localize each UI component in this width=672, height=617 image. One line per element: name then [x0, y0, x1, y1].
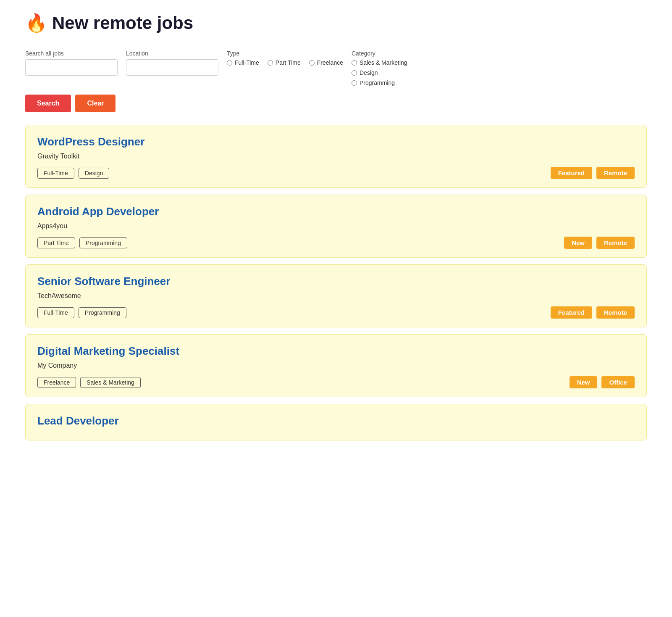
- type-freelance[interactable]: Freelance: [309, 59, 343, 66]
- job-card: Digital Marketing Specialist My Company …: [25, 334, 647, 397]
- job-footer: Full-TimeDesign FeaturedRemote: [37, 167, 635, 179]
- category-options: Sales & Marketing Design Programming: [352, 59, 407, 86]
- jobs-list: WordPress Designer Gravity Toolkit Full-…: [25, 125, 647, 440]
- job-tag: Freelance: [37, 377, 76, 388]
- job-company: My Company: [37, 362, 635, 369]
- job-title[interactable]: Android App Developer: [37, 205, 635, 218]
- type-parttime-label: Part Time: [276, 59, 301, 66]
- category-sales-radio[interactable]: [352, 60, 357, 66]
- job-tags: FreelanceSales & Marketing: [37, 377, 141, 388]
- job-badge: Featured: [551, 306, 592, 319]
- job-card: Senior Software Engineer TechAwesome Ful…: [25, 264, 647, 327]
- job-card: Lead Developer: [25, 404, 647, 440]
- search-jobs-group: Search all jobs: [25, 50, 118, 76]
- category-sales-label: Sales & Marketing: [360, 59, 407, 66]
- job-badge: Remote: [596, 237, 635, 249]
- type-options: Full-Time Part Time Freelance: [227, 59, 343, 66]
- job-tags: Full-TimeProgramming: [37, 307, 126, 318]
- job-company: TechAwesome: [37, 292, 635, 300]
- location-label: Location: [126, 50, 218, 57]
- job-title[interactable]: WordPress Designer: [37, 135, 635, 148]
- clear-button[interactable]: Clear: [75, 95, 116, 112]
- type-fulltime[interactable]: Full-Time: [227, 59, 259, 66]
- type-label: Type: [227, 50, 343, 57]
- job-tags: Part TimeProgramming: [37, 237, 127, 248]
- job-tag: Full-Time: [37, 307, 74, 318]
- category-group: Category Sales & Marketing Design Progra…: [352, 50, 407, 86]
- type-fulltime-label: Full-Time: [235, 59, 259, 66]
- job-tag: Part Time: [37, 237, 75, 248]
- category-design[interactable]: Design: [352, 69, 407, 76]
- page-title: New remote jobs: [52, 13, 193, 33]
- type-parttime-radio[interactable]: [268, 60, 273, 66]
- job-tags: Full-TimeDesign: [37, 168, 109, 179]
- type-group: Type Full-Time Part Time Freelance: [227, 50, 343, 66]
- page-header: 🔥 New remote jobs: [25, 13, 647, 33]
- type-freelance-label: Freelance: [317, 59, 343, 66]
- fire-icon: 🔥: [25, 13, 47, 33]
- location-input[interactable]: [126, 59, 218, 76]
- job-badges: NewRemote: [564, 237, 635, 249]
- job-footer: Full-TimeProgramming FeaturedRemote: [37, 306, 635, 319]
- button-row: Search Clear: [25, 95, 647, 112]
- job-badge: Featured: [551, 167, 592, 179]
- job-card: WordPress Designer Gravity Toolkit Full-…: [25, 125, 647, 188]
- job-title[interactable]: Digital Marketing Specialist: [37, 345, 635, 358]
- search-section: Search all jobs Location Type Full-Time …: [25, 50, 647, 112]
- job-tag: Programming: [79, 307, 126, 318]
- type-freelance-radio[interactable]: [309, 60, 315, 66]
- job-badge: Remote: [596, 306, 635, 319]
- category-programming-radio[interactable]: [352, 80, 357, 86]
- job-company: Gravity Toolkit: [37, 153, 635, 160]
- job-tag: Design: [79, 168, 110, 179]
- job-badges: NewOffice: [570, 376, 635, 388]
- job-badge: New: [570, 376, 598, 388]
- job-tag: Programming: [79, 237, 127, 248]
- category-sales[interactable]: Sales & Marketing: [352, 59, 407, 66]
- job-company: Apps4you: [37, 222, 635, 230]
- type-parttime[interactable]: Part Time: [268, 59, 301, 66]
- job-badge: Remote: [596, 167, 635, 179]
- category-design-label: Design: [360, 69, 378, 76]
- job-title[interactable]: Senior Software Engineer: [37, 275, 635, 288]
- job-title[interactable]: Lead Developer: [37, 414, 635, 427]
- location-group: Location: [126, 50, 218, 76]
- job-tag: Full-Time: [37, 168, 74, 179]
- category-label: Category: [352, 50, 407, 57]
- category-programming[interactable]: Programming: [352, 79, 407, 86]
- job-badge: Office: [601, 376, 635, 388]
- search-jobs-label: Search all jobs: [25, 50, 118, 57]
- search-button[interactable]: Search: [25, 95, 71, 112]
- job-badges: FeaturedRemote: [551, 167, 635, 179]
- category-programming-label: Programming: [360, 79, 395, 86]
- search-jobs-input[interactable]: [25, 59, 118, 76]
- job-tag: Sales & Marketing: [80, 377, 141, 388]
- job-badges: FeaturedRemote: [551, 306, 635, 319]
- type-fulltime-radio[interactable]: [227, 60, 232, 66]
- search-row: Search all jobs Location Type Full-Time …: [25, 50, 647, 86]
- category-design-radio[interactable]: [352, 70, 357, 76]
- job-footer: FreelanceSales & Marketing NewOffice: [37, 376, 635, 388]
- job-card: Android App Developer Apps4you Part Time…: [25, 195, 647, 258]
- job-badge: New: [564, 237, 592, 249]
- job-footer: Part TimeProgramming NewRemote: [37, 237, 635, 249]
